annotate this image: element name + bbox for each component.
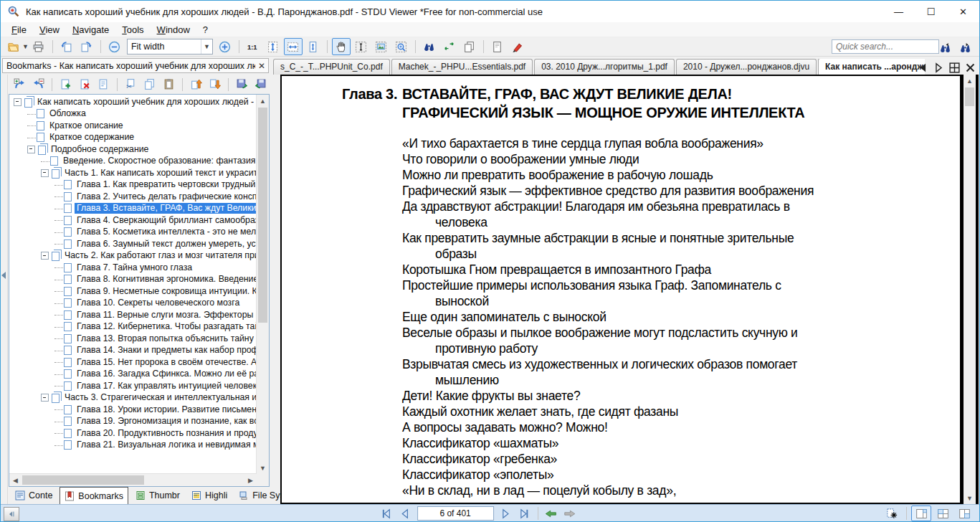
zoom-mode-select[interactable]: Fit width▼ (127, 39, 213, 54)
scroll-thumb[interactable] (22, 475, 144, 485)
menu-help[interactable]: ? (196, 23, 214, 37)
bookmark-item[interactable]: Глава 8. Когнитивная эргономика. Введени… (9, 274, 257, 286)
tab-scroll-right-button[interactable] (931, 60, 946, 75)
delete-bookmark-button[interactable] (76, 76, 94, 93)
bookmark-item[interactable]: Глава 16. Загадка Сфинкса. Можно ли её р… (9, 369, 257, 381)
bookmark-item[interactable]: Глава 14. Знаки и предметы как набор про… (9, 345, 257, 357)
sidebar-tab-thumbnails[interactable]: Thumbr (131, 488, 184, 503)
rename-bookmark-button[interactable] (95, 76, 113, 93)
layout-split-h-button[interactable] (954, 506, 974, 521)
bookmark-item[interactable]: Глава 13. Вторая попытка объяснить тайну… (9, 333, 257, 345)
expand-all-button[interactable] (11, 76, 29, 93)
history-forward-button[interactable] (561, 506, 579, 521)
move-up-button[interactable] (187, 76, 205, 93)
select-image-button[interactable] (372, 38, 391, 55)
prev-page-button[interactable] (396, 506, 414, 521)
bookmark-item[interactable]: Обложка (9, 108, 257, 120)
document-tab[interactable]: s_C_-_T...PHPUnit_Co.pdf (273, 59, 390, 75)
bookmark-item[interactable]: Глава 4. Сверкающий бриллиант самообраз (9, 214, 257, 227)
bookmark-item[interactable]: Глава 9. Несметные сокровища интуиции. К… (9, 285, 257, 298)
bookmark-item[interactable]: Глава 1. Как превратить чертовски трудны… (9, 179, 257, 191)
quick-search-input[interactable] (832, 39, 939, 54)
layout-split-v-button[interactable] (933, 506, 953, 521)
cut-bookmark-button[interactable]: ✂ (122, 76, 140, 93)
move-down-button[interactable] (206, 76, 224, 93)
bookmark-item[interactable]: Глава 10. Секреты человеческого мозга (9, 298, 257, 310)
menu-file[interactable]: File (5, 23, 33, 37)
bookmark-item[interactable]: Глава 20. Продуктивность познания и прод… (9, 427, 257, 440)
fit-height-button[interactable] (264, 38, 282, 55)
bookmark-item[interactable]: Как написать хороший учебник для хороших… (9, 96, 257, 108)
rotate-right-button[interactable] (77, 38, 96, 55)
add-bookmark-button[interactable] (57, 76, 75, 93)
scroll-thumb[interactable] (965, 87, 974, 106)
tab-close-button[interactable] (963, 60, 977, 75)
collapse-toggle-icon[interactable] (41, 252, 49, 260)
bookmark-item[interactable]: Часть 2. Как работают глаз и мозг читате… (9, 250, 257, 262)
sidebar-collapse-strip[interactable] (1, 75, 8, 504)
document-tab[interactable]: Machek_-_PHPU...Essentials.pdf (391, 59, 533, 75)
scroll-left-icon[interactable]: ◀ (9, 474, 22, 486)
bookmark-item[interactable]: Глава 5. Косметика интеллекта - это не м… (9, 227, 257, 239)
layout-single-button[interactable] (911, 506, 931, 521)
import-bookmarks-button[interactable] (252, 76, 270, 93)
menu-tools[interactable]: Tools (115, 23, 150, 37)
document-vertical-scrollbar[interactable]: ▲ ▼ (964, 75, 976, 504)
collapse-toggle-icon[interactable] (14, 98, 22, 106)
close-button[interactable]: ✕ (947, 1, 979, 22)
paste-bookmark-button[interactable] (160, 76, 178, 93)
snapshot-button[interactable] (488, 38, 507, 55)
fit-page-button[interactable] (304, 38, 323, 55)
fit-width-button[interactable] (284, 38, 303, 55)
tab-windows-button[interactable] (947, 60, 961, 75)
bookmark-item[interactable]: Глава 3. Вставайте, ГРАФ, Вас ждут Велик… (9, 203, 257, 215)
print-button[interactable] (29, 38, 48, 55)
document-page[interactable]: Глава 3. ВСТАВАЙТЕ, ГРАФ, ВАС ЖДУТ ВЕЛИК… (282, 76, 960, 503)
scroll-thumb[interactable] (258, 108, 267, 323)
panel-splitter[interactable] (270, 75, 280, 504)
bookmark-item[interactable]: Краткое содержание (9, 132, 257, 144)
compare-button[interactable] (440, 38, 459, 55)
scroll-down-icon[interactable]: ▼ (964, 492, 976, 504)
next-page-button[interactable] (498, 506, 515, 521)
open-button[interactable] (4, 38, 23, 55)
scroll-right-icon[interactable]: ▶ (244, 474, 257, 486)
scroll-down-icon[interactable]: ▼ (257, 462, 269, 474)
scroll-up-icon[interactable]: ▲ (257, 95, 269, 107)
find-button[interactable] (420, 38, 439, 55)
sidebar-tab-contents[interactable]: Conte (11, 488, 57, 503)
scroll-up-icon[interactable]: ▲ (964, 75, 976, 87)
document-tab[interactable]: Как написать ...аронджанов.pdf (818, 59, 925, 75)
hand-button[interactable] (332, 38, 351, 55)
bookmark-item[interactable]: Глава 2. Учитесь делать графические конс… (9, 191, 257, 203)
page-indicator[interactable]: 6 of 401 (417, 506, 494, 521)
tree-horizontal-scrollbar[interactable]: ◀ ▶ (9, 473, 257, 486)
chevron-down-icon[interactable]: ▼ (22, 43, 29, 50)
bookmark-item[interactable]: Глава 12. Кибернетика. Чтобы разгадать т… (9, 321, 257, 333)
bookmark-item[interactable]: Часть 1. Как написать хороший текст и ук… (9, 167, 257, 179)
collapse-toggle-icon[interactable] (41, 394, 49, 402)
sidebar-tab-bookmarks[interactable]: Bookmarks (60, 487, 128, 504)
find-prev-button[interactable] (936, 39, 954, 57)
sidebar-tab-highlights[interactable]: Highli (187, 488, 232, 503)
panel-close-icon[interactable]: ✕ (255, 61, 268, 71)
bookmark-item[interactable]: Подробное содержание (9, 143, 257, 156)
history-back-button[interactable] (543, 506, 560, 521)
tab-scroll-left-button[interactable] (915, 60, 930, 75)
rotate-left-button[interactable] (57, 38, 76, 55)
bookmark-item[interactable]: Глава 17. Как управлять интуицией челове… (9, 380, 257, 392)
brightness-button[interactable] (882, 506, 902, 521)
select-text-button[interactable] (352, 38, 371, 55)
copy-button[interactable] (460, 38, 479, 55)
menu-view[interactable]: View (33, 23, 66, 37)
zoom-in-button[interactable] (216, 38, 234, 55)
bookmark-item[interactable]: Глава 7. Тайна умного глаза (9, 262, 257, 274)
menu-window[interactable]: Window (151, 23, 196, 37)
bookmark-item[interactable]: Краткое описание (9, 120, 257, 132)
export-bookmarks-button[interactable] (233, 76, 251, 93)
last-page-button[interactable] (516, 506, 533, 521)
document-tab[interactable]: 2010 - Дружел...ронджанов.djvu (676, 59, 817, 75)
actual-size-button[interactable]: 1:1 (244, 38, 262, 55)
collapse-toggle-icon[interactable] (27, 146, 35, 153)
sidebar-toggle-button[interactable] (4, 507, 19, 521)
